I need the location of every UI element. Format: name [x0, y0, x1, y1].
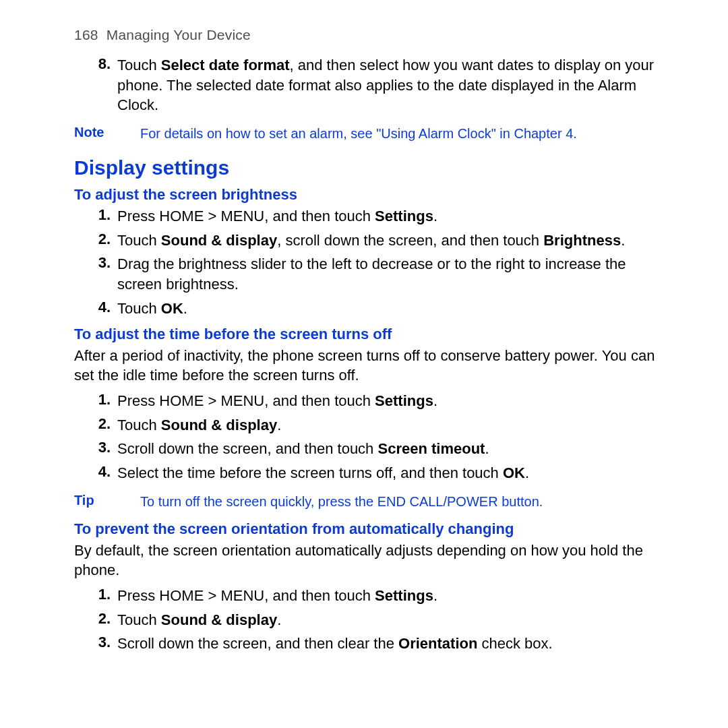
note-text: For details on how to set an alarm, see … [140, 125, 666, 143]
tip-label: Tip [74, 493, 140, 508]
step-number: 8. [74, 55, 117, 73]
steps-brightness: 1. Press HOME > MENU, and then touch Set… [74, 206, 666, 318]
steps-timeout: 1. Press HOME > MENU, and then touch Set… [74, 391, 666, 483]
list-item: 2. Touch Sound & display, scroll down th… [74, 231, 666, 251]
list-item: 2. Touch Sound & display. [74, 415, 666, 435]
heading-display-settings: Display settings [74, 156, 666, 179]
note: Note For details on how to set an alarm,… [74, 125, 666, 143]
list-item: 2. Touch Sound & display. [74, 610, 666, 630]
list-item: 3. Scroll down the screen, and then touc… [74, 439, 666, 459]
tip-text: To turn off the screen quickly, press th… [140, 493, 666, 511]
subheading-brightness: To adjust the screen brightness [74, 186, 666, 204]
list-item: 4. Touch OK. [74, 299, 666, 319]
section-title: Managing Your Device [107, 27, 251, 42]
list-item: 8. Touch Select date format, and then se… [74, 55, 666, 115]
page-number: 168 [74, 27, 98, 42]
subheading-orientation: To prevent the screen orientation from a… [74, 520, 666, 538]
section2-intro: After a period of inactivity, the phone … [74, 346, 666, 386]
step-text: Touch Select date format, and then selec… [117, 55, 666, 115]
list-item: 3. Scroll down the screen, and then clea… [74, 634, 666, 654]
document-page: 168 Managing Your Device 8. Touch Select… [0, 0, 728, 728]
list-item: 1. Press HOME > MENU, and then touch Set… [74, 391, 666, 411]
list-item: 4. Select the time before the screen tur… [74, 463, 666, 483]
tip: Tip To turn off the screen quickly, pres… [74, 493, 666, 511]
page-body: 8. Touch Select date format, and then se… [74, 55, 666, 654]
subheading-timeout: To adjust the time before the screen tur… [74, 326, 666, 343]
note-label: Note [74, 125, 140, 140]
list-item: 3. Drag the brightness slider to the lef… [74, 254, 666, 294]
section3-intro: By default, the screen orientation autom… [74, 541, 666, 580]
list-item: 1. Press HOME > MENU, and then touch Set… [74, 206, 666, 226]
list-item: 1. Press HOME > MENU, and then touch Set… [74, 586, 666, 606]
page-header: 168 Managing Your Device [74, 27, 673, 43]
steps-orientation: 1. Press HOME > MENU, and then touch Set… [74, 586, 666, 654]
